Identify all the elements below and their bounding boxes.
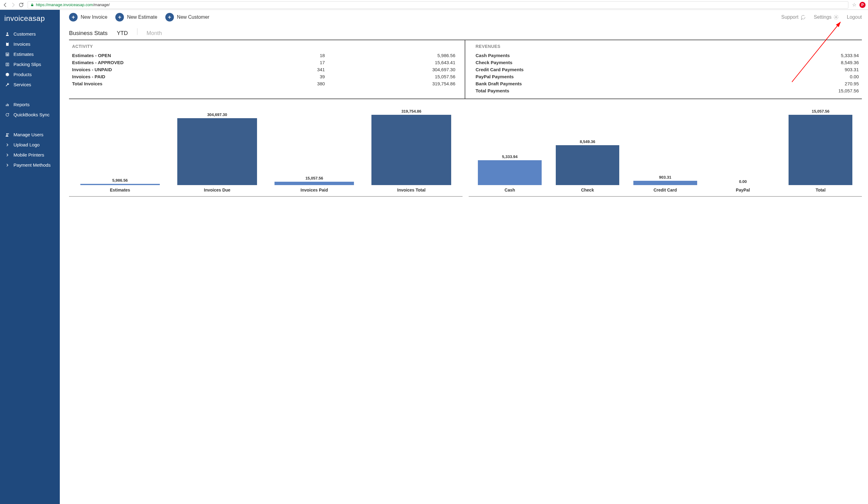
row-label: PayPal Payments: [476, 74, 698, 79]
tabs: Business Stats YTD Month: [69, 27, 862, 40]
sidebar-item-label: Services: [13, 82, 31, 87]
tab-ytd[interactable]: YTD: [117, 30, 128, 37]
url-path: /manage/: [93, 2, 110, 7]
pinterest-extension-icon[interactable]: P: [859, 2, 866, 8]
lock-icon: [30, 3, 34, 7]
row-count: 17: [251, 60, 325, 65]
user-plus-icon: [5, 133, 10, 137]
new-customer-button[interactable]: +New Customer: [165, 13, 209, 21]
sidebar-item-packing-slips[interactable]: Packing Slips: [0, 59, 60, 69]
browser-chrome: https://manage.invoiceasap.com/manage/ ☆…: [0, 0, 868, 10]
row-label: Estimates - APPROVED: [72, 60, 251, 65]
bar-fill: [478, 160, 542, 185]
sidebar-nav-tertiary: Manage Users Upload Logo Mobile Printers…: [0, 128, 60, 172]
plus-icon: +: [165, 13, 174, 21]
toolbar: +New Invoice +New Estimate +New Customer…: [69, 12, 862, 24]
row-amount: 304,697.30: [325, 67, 455, 72]
brand-logo: invoiceasap: [0, 10, 60, 27]
link-label: Settings: [814, 14, 831, 20]
svg-point-1: [7, 32, 8, 34]
sidebar-item-services[interactable]: Services: [0, 80, 60, 90]
link-label: Support: [781, 14, 798, 20]
new-estimate-button[interactable]: +New Estimate: [115, 13, 157, 21]
bar-value-label: 15,057.56: [812, 109, 829, 113]
gear-icon: [833, 14, 839, 20]
bar-value-label: 0.00: [739, 179, 746, 184]
revenues-row: PayPal Payments0.00: [473, 73, 862, 80]
sidebar-item-payment-methods[interactable]: Payment Methods: [0, 160, 60, 170]
bookmark-star-icon[interactable]: ☆: [852, 2, 856, 8]
sidebar-item-estimates[interactable]: Estimates: [0, 49, 60, 59]
chart-bar: 15,057.56: [782, 105, 859, 185]
svg-rect-4: [6, 52, 9, 56]
stats-panel: ACTIVITY Estimates - OPEN185,986.56Estim…: [69, 40, 862, 99]
activity-title: ACTIVITY: [69, 44, 458, 52]
wrench-icon: [5, 83, 10, 87]
activity-row: Invoices - PAID3915,057.56: [69, 73, 458, 80]
browser-back-button[interactable]: [2, 2, 8, 8]
plus-icon: +: [69, 13, 78, 21]
sidebar-item-label: Upload Logo: [13, 142, 40, 147]
new-invoice-button[interactable]: +New Invoice: [69, 13, 107, 21]
row-label: Check Payments: [476, 60, 698, 65]
sidebar-item-reports[interactable]: Reports: [0, 99, 60, 110]
sidebar-item-label: Products: [13, 72, 32, 77]
bar-value-label: 319,754.86: [402, 109, 421, 113]
sidebar-item-customers[interactable]: Customers: [0, 29, 60, 39]
support-link[interactable]: Support: [781, 14, 806, 20]
row-count: 39: [251, 74, 325, 79]
svg-point-18: [836, 17, 837, 18]
row-amount: 5,333.94: [698, 53, 859, 58]
browser-url-bar[interactable]: https://manage.invoiceasap.com/manage/: [28, 1, 848, 9]
row-amount: 903.31: [698, 67, 859, 72]
row-count: 380: [251, 81, 325, 86]
browser-reload-button[interactable]: [18, 2, 24, 8]
chevron-right-icon: [5, 163, 10, 167]
list-icon: [5, 62, 10, 67]
bar-value-label: 903.31: [659, 175, 671, 180]
activity-row: Invoices - UNPAID341304,697.30: [69, 66, 458, 73]
bar-value-label: 8,549.36: [580, 139, 595, 144]
sidebar-item-invoices[interactable]: Invoices: [0, 39, 60, 49]
sidebar-item-manage-users[interactable]: Manage Users: [0, 130, 60, 140]
row-amount: 15,057.56: [698, 88, 859, 93]
browser-forward-button[interactable]: [10, 2, 16, 8]
chart-bar: 5,986.56: [71, 105, 169, 185]
bar-value-label: 5,986.56: [112, 178, 128, 183]
axis-label: Total: [782, 188, 859, 192]
sidebar-item-label: Packing Slips: [13, 62, 41, 67]
logout-link[interactable]: Logout: [847, 14, 862, 20]
sidebar-item-quickbooks-sync[interactable]: QuickBooks Sync: [0, 110, 60, 120]
sidebar-item-upload-logo[interactable]: Upload Logo: [0, 140, 60, 150]
row-label: Bank Draft Payments: [476, 81, 698, 86]
bar-value-label: 304,697.30: [207, 112, 227, 117]
sync-icon: [5, 113, 10, 117]
tab-month[interactable]: Month: [147, 30, 162, 37]
row-amount: 8,549.36: [698, 60, 859, 65]
settings-link[interactable]: Settings: [814, 14, 839, 20]
axis-label: Estimates: [71, 188, 169, 192]
sidebar-item-label: QuickBooks Sync: [13, 112, 50, 117]
axis-label: Check: [549, 188, 626, 192]
revenues-column: REVENUES Cash Payments5,333.94Check Paym…: [465, 40, 862, 99]
row-label: Invoices - UNPAID: [72, 67, 251, 72]
axis-label: Invoices Total: [363, 188, 460, 192]
sidebar-item-mobile-printers[interactable]: Mobile Printers: [0, 150, 60, 160]
row-amount: 319,754.86: [325, 81, 455, 86]
sidebar-item-label: Manage Users: [13, 132, 43, 137]
axis-label: Cash: [471, 188, 549, 192]
svg-rect-13: [6, 105, 7, 106]
sidebar-item-label: Mobile Printers: [13, 152, 44, 158]
button-label: New Invoice: [81, 14, 107, 20]
clipboard-icon: [5, 42, 10, 46]
bar-fill: [556, 145, 620, 185]
main-content: +New Invoice +New Estimate +New Customer…: [60, 10, 868, 504]
bar-fill: [788, 115, 852, 185]
chevron-right-icon: [5, 143, 10, 147]
row-amount: 0.00: [698, 74, 859, 79]
sidebar-item-label: Customers: [13, 31, 36, 37]
bar-fill: [177, 118, 257, 185]
sidebar-item-products[interactable]: Products: [0, 69, 60, 80]
revenues-row: Credit Card Payments903.31: [473, 66, 862, 73]
svg-rect-15: [8, 104, 9, 106]
